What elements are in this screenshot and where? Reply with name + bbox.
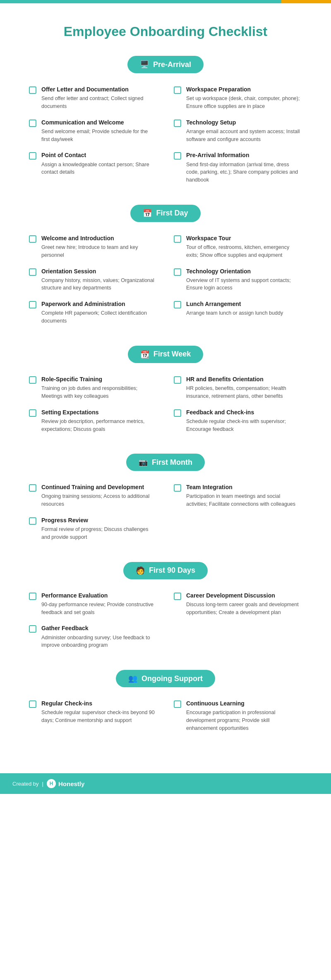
item-title-first-90-days-2: Gather Feedback	[41, 624, 157, 632]
checkbox-first-90-days-0[interactable]	[29, 593, 36, 600]
item-desc-first-90-days-1: Discuss long-term career goals and devel…	[186, 601, 302, 617]
item-text-pre-arrival-4: Point of ContactAssign a knowledgeable c…	[41, 151, 157, 176]
item-text-first-week-1: HR and Benefits OrientationHR policies, …	[186, 375, 302, 400]
section-icon-first-week: 📆	[140, 350, 149, 359]
section-icon-ongoing-support: 👥	[128, 674, 137, 683]
checkbox-ongoing-support-0[interactable]	[29, 700, 36, 708]
section-header-first-month: 📷First Month	[126, 454, 205, 471]
checkbox-pre-arrival-3[interactable]	[174, 120, 181, 127]
item-title-pre-arrival-2: Communication and Welcome	[41, 119, 157, 126]
checklist-item-first-day-3: Technology OrientationOverview of IT sys…	[174, 268, 302, 292]
item-text-pre-arrival-2: Communication and WelcomeSend welcome em…	[41, 119, 157, 143]
checkbox-first-week-3[interactable]	[174, 409, 181, 417]
checklist-item-first-day-1: Workspace TourTour of office, restrooms,…	[174, 234, 302, 259]
section-first-day: 📅First DayWelcome and IntroductionGreet …	[25, 205, 306, 325]
checklist-item-first-day-4: Paperwork and AdministrationComplete HR …	[29, 300, 157, 325]
item-text-first-week-3: Feedback and Check-insSchedule regular c…	[186, 409, 302, 433]
checkbox-pre-arrival-1[interactable]	[174, 86, 181, 94]
section-first-month: 📷First MonthContinued Training and Devel…	[25, 454, 306, 541]
section-ongoing-support: 👥Ongoing SupportRegular Check-insSchedul…	[25, 670, 306, 732]
item-text-first-90-days-0: Performance Evaluation90-day performance…	[41, 592, 157, 617]
section-label-first-90-days: First 90 Days	[149, 566, 195, 575]
checklist-item-first-month-0: Continued Training and DevelopmentOngoin…	[29, 483, 157, 508]
checklist-item-pre-arrival-4: Point of ContactAssign a knowledgeable c…	[29, 151, 157, 184]
item-desc-first-day-0: Greet new hire; Introduce to team and ke…	[41, 244, 157, 259]
main-content: Employee Onboarding Checklist 🖥️Pre-Arri…	[0, 3, 331, 769]
footer-logo-icon: H	[47, 779, 56, 788]
checkbox-ongoing-support-1[interactable]	[174, 700, 181, 708]
checklist-item-pre-arrival-0: Offer Letter and DocumentationSend offer…	[29, 86, 157, 110]
checklist-item-first-90-days-0: Performance Evaluation90-day performance…	[29, 592, 157, 617]
checkbox-first-month-2[interactable]	[29, 517, 36, 525]
checkbox-first-day-5[interactable]	[174, 301, 181, 308]
checklist-item-pre-arrival-3: Technology SetupArrange email account an…	[174, 119, 302, 143]
item-text-first-day-5: Lunch ArrangementArrange team lunch or a…	[186, 300, 283, 317]
item-desc-ongoing-support-0: Schedule regular supervisor check-ins be…	[41, 709, 157, 724]
section-label-first-week: First Week	[154, 350, 191, 359]
item-desc-pre-arrival-2: Send welcome email; Provide schedule for…	[41, 128, 157, 143]
checkbox-first-90-days-1[interactable]	[174, 593, 181, 600]
item-desc-first-week-3: Schedule regular check-ins with supervis…	[186, 418, 302, 433]
items-grid-first-day: Welcome and IntroductionGreet new hire; …	[25, 234, 306, 325]
checkbox-pre-arrival-4[interactable]	[29, 152, 36, 160]
checklist-item-ongoing-support-0: Regular Check-insSchedule regular superv…	[29, 700, 157, 732]
section-header-first-week: 📆First Week	[128, 346, 204, 363]
item-title-first-day-0: Welcome and Introduction	[41, 234, 157, 242]
item-title-first-day-3: Technology Orientation	[186, 268, 302, 275]
checkbox-first-day-0[interactable]	[29, 235, 36, 243]
checklist-item-first-90-days-1: Career Development DiscussionDiscuss lon…	[174, 592, 302, 617]
item-desc-first-day-3: Overview of IT systems and support conta…	[186, 277, 302, 292]
checkbox-first-day-4[interactable]	[29, 301, 36, 308]
item-desc-first-week-1: HR policies, benefits, compensation; Hea…	[186, 385, 302, 400]
item-text-first-month-1: Team IntegrationParticipation in team me…	[186, 483, 302, 508]
checkbox-first-day-3[interactable]	[174, 268, 181, 276]
item-desc-first-month-2: Formal review of progress; Discuss chall…	[41, 526, 157, 541]
checklist-item-first-day-0: Welcome and IntroductionGreet new hire; …	[29, 234, 157, 259]
checkbox-first-day-2[interactable]	[29, 268, 36, 276]
item-desc-pre-arrival-3: Arrange email account and system access;…	[186, 128, 302, 143]
item-text-first-month-2: Progress ReviewFormal review of progress…	[41, 516, 157, 541]
footer-separator: |	[42, 781, 43, 787]
section-label-pre-arrival: Pre-Arrival	[153, 60, 191, 69]
checkbox-pre-arrival-0[interactable]	[29, 86, 36, 94]
item-title-first-90-days-1: Career Development Discussion	[186, 592, 302, 599]
checklist-item-ongoing-support-1: Continuous LearningEncourage participati…	[174, 700, 302, 732]
checkbox-pre-arrival-5[interactable]	[174, 152, 181, 160]
item-title-first-day-4: Paperwork and Administration	[41, 300, 157, 308]
item-text-pre-arrival-0: Offer Letter and DocumentationSend offer…	[41, 86, 157, 110]
checklist-item-first-month-1: Team IntegrationParticipation in team me…	[174, 483, 302, 508]
checklist-item-first-month-2: Progress ReviewFormal review of progress…	[29, 516, 157, 541]
checklist-item-first-week-0: Role-Specific TrainingTraining on job du…	[29, 375, 157, 400]
checkbox-first-week-0[interactable]	[29, 376, 36, 384]
item-title-first-week-0: Role-Specific Training	[41, 375, 157, 383]
item-text-pre-arrival-1: Workspace PreparationSet up workspace (d…	[186, 86, 302, 110]
checkbox-first-month-0[interactable]	[29, 484, 36, 492]
item-title-pre-arrival-4: Point of Contact	[41, 151, 157, 159]
checkbox-first-month-1[interactable]	[174, 484, 181, 492]
checkbox-first-week-2[interactable]	[29, 409, 36, 417]
item-text-first-week-0: Role-Specific TrainingTraining on job du…	[41, 375, 157, 400]
item-title-first-day-1: Workspace Tour	[186, 234, 302, 242]
checklist-item-first-day-2: Orientation SessionCompany history, miss…	[29, 268, 157, 292]
checkbox-first-week-1[interactable]	[174, 376, 181, 384]
section-icon-pre-arrival: 🖥️	[140, 60, 149, 69]
items-grid-first-90-days: Performance Evaluation90-day performance…	[25, 592, 306, 649]
page-title: Employee Onboarding Checklist	[25, 24, 306, 39]
item-title-pre-arrival-5: Pre-Arrival Information	[186, 151, 302, 159]
checkbox-first-day-1[interactable]	[174, 235, 181, 243]
section-header-first-90-days: 🧑First 90 Days	[123, 562, 208, 579]
footer-brand: Honestly	[58, 780, 84, 787]
checkbox-pre-arrival-2[interactable]	[29, 120, 36, 127]
checklist-item-first-week-3: Feedback and Check-insSchedule regular c…	[174, 409, 302, 433]
checkbox-first-90-days-2[interactable]	[29, 625, 36, 633]
item-text-first-day-0: Welcome and IntroductionGreet new hire; …	[41, 234, 157, 259]
section-pre-arrival: 🖥️Pre-ArrivalOffer Letter and Documentat…	[25, 56, 306, 184]
item-desc-first-day-5: Arrange team lunch or assign lunch buddy	[186, 309, 283, 317]
item-text-first-day-4: Paperwork and AdministrationComplete HR …	[41, 300, 157, 325]
item-text-ongoing-support-1: Continuous LearningEncourage participati…	[186, 700, 302, 732]
item-text-first-week-2: Setting ExpectationsReview job descripti…	[41, 409, 157, 433]
section-label-ongoing-support: Ongoing Support	[142, 674, 203, 683]
items-grid-first-month: Continued Training and DevelopmentOngoin…	[25, 483, 306, 541]
item-desc-first-day-1: Tour of office, restrooms, kitchen, emer…	[186, 244, 302, 259]
item-text-pre-arrival-3: Technology SetupArrange email account an…	[186, 119, 302, 143]
